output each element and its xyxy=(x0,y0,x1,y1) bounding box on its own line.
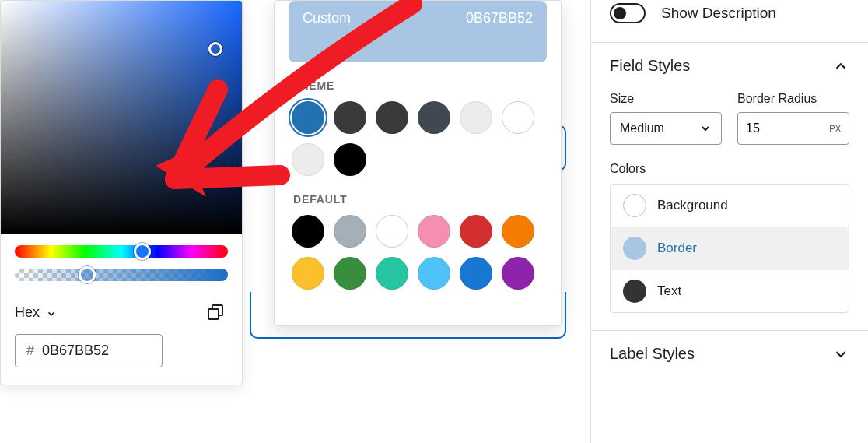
chevron-up-icon xyxy=(832,58,849,75)
default-swatch[interactable] xyxy=(502,257,534,290)
default-swatch[interactable] xyxy=(376,215,408,248)
chevron-down-icon xyxy=(46,307,57,318)
label-styles-title: Label Styles xyxy=(610,345,695,363)
custom-color-value: 0B67BB52 xyxy=(466,10,533,26)
alpha-gradient xyxy=(15,269,228,281)
default-swatch[interactable] xyxy=(334,257,366,290)
border-color-swatch xyxy=(623,237,646,260)
color-row-label: Text xyxy=(657,283,681,299)
default-swatch[interactable] xyxy=(292,215,324,248)
text-color-swatch xyxy=(623,280,646,303)
field-styles-title: Field Styles xyxy=(610,57,690,75)
size-value: Medium xyxy=(620,121,664,135)
colors-section-label: Colors xyxy=(610,162,849,176)
svg-rect-1 xyxy=(208,309,219,319)
background-color-swatch xyxy=(623,194,646,217)
default-swatch[interactable] xyxy=(418,215,450,248)
default-swatch[interactable] xyxy=(460,215,492,248)
border-radius-unit: PX xyxy=(829,124,841,133)
color-row-label: Border xyxy=(657,241,697,256)
theme-section-label: THEME xyxy=(293,79,544,92)
color-row-text[interactable]: Text xyxy=(611,269,849,312)
hex-input[interactable]: # xyxy=(15,334,163,367)
field-styles-header[interactable]: Field Styles xyxy=(610,57,849,75)
chevron-down-icon xyxy=(832,346,849,363)
color-format-label: Hex xyxy=(15,304,40,321)
hex-prefix: # xyxy=(26,343,34,359)
theme-swatch[interactable] xyxy=(376,101,408,134)
border-radius-input[interactable]: PX xyxy=(737,112,849,145)
theme-swatch[interactable] xyxy=(460,101,492,134)
default-swatch[interactable] xyxy=(502,215,534,248)
saturation-pointer[interactable] xyxy=(208,42,222,56)
border-radius-label: Border Radius xyxy=(737,92,849,106)
copy-color-button[interactable] xyxy=(203,300,228,325)
toggle-knob xyxy=(614,7,626,19)
theme-swatch[interactable] xyxy=(502,101,534,134)
saturation-lightness-area[interactable] xyxy=(1,1,242,234)
theme-swatch[interactable] xyxy=(334,101,366,134)
settings-sidebar: Show Description Field Styles Size Mediu… xyxy=(590,0,868,443)
hex-value-field[interactable] xyxy=(42,343,135,359)
border-radius-field[interactable] xyxy=(746,121,808,135)
default-section-label: DEFAULT xyxy=(293,193,544,206)
theme-swatch[interactable] xyxy=(418,101,450,134)
size-label: Size xyxy=(610,92,722,106)
custom-color-card[interactable]: Custom 0B67BB52 xyxy=(289,1,547,62)
default-swatch-grid xyxy=(292,215,544,290)
theme-swatch[interactable] xyxy=(292,143,324,176)
default-swatch[interactable] xyxy=(418,257,450,290)
color-row-background[interactable]: Background xyxy=(611,185,849,227)
color-row-label: Background xyxy=(657,198,728,213)
default-swatch[interactable] xyxy=(334,215,366,248)
colors-list: Background Border Text xyxy=(610,184,849,313)
custom-color-label: Custom xyxy=(303,10,351,26)
alpha-slider[interactable] xyxy=(15,269,228,281)
alpha-thumb[interactable] xyxy=(79,266,96,283)
color-swatches-popover: Custom 0B67BB52 THEME DEFAULT xyxy=(274,0,562,326)
label-styles-header[interactable]: Label Styles xyxy=(610,345,849,363)
chevron-down-icon xyxy=(699,122,712,135)
show-description-label: Show Description xyxy=(661,5,776,22)
size-select[interactable]: Medium xyxy=(610,112,722,145)
theme-swatch-grid xyxy=(292,101,544,176)
default-swatch[interactable] xyxy=(376,257,408,290)
color-format-select[interactable]: Hex xyxy=(15,304,57,321)
default-swatch[interactable] xyxy=(460,257,492,290)
default-swatch[interactable] xyxy=(292,257,324,290)
hue-slider[interactable] xyxy=(15,245,228,258)
color-picker-popover: Hex # xyxy=(0,0,243,385)
color-row-border[interactable]: Border xyxy=(611,227,849,269)
theme-swatch[interactable] xyxy=(334,143,366,176)
show-description-toggle[interactable] xyxy=(610,3,646,23)
theme-swatch[interactable] xyxy=(292,101,324,134)
hue-thumb[interactable] xyxy=(134,243,151,260)
